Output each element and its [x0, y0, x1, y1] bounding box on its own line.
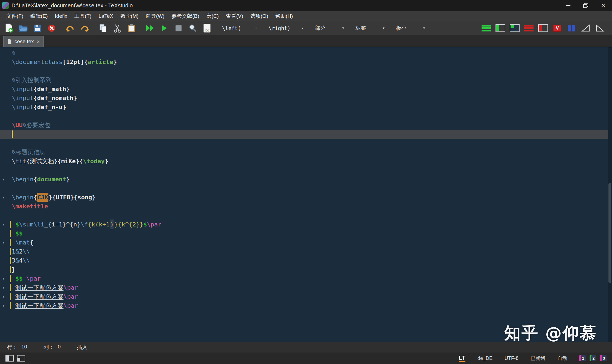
menu-view[interactable]: 查看(V) — [222, 11, 247, 21]
viewer-badge-2[interactable]: 2 — [590, 355, 596, 361]
code-line[interactable]: % — [0, 48, 612, 57]
scrollbar-thumb[interactable] — [608, 183, 611, 283]
gutter[interactable]: ▾ — [0, 283, 12, 292]
gutter[interactable]: ▾ — [0, 301, 12, 310]
layout-bottom-toggle[interactable] — [17, 355, 25, 362]
code-line[interactable]: \input{def_n-u} — [0, 103, 612, 112]
code-line[interactable] — [0, 166, 612, 175]
menu-options[interactable]: 选项(O) — [247, 11, 272, 21]
cut-button[interactable] — [111, 22, 124, 34]
minimize-button[interactable] — [559, 0, 577, 11]
code-line[interactable]: ▾\begin{document} — [0, 175, 612, 184]
code-line[interactable] — [0, 66, 612, 75]
gutter[interactable]: ▾ — [0, 175, 12, 184]
section-dropdown[interactable]: 部分 ▾ — [312, 25, 347, 32]
code-line[interactable]: $$ — [0, 229, 612, 238]
compile-view-button[interactable] — [144, 22, 156, 34]
menu-file[interactable]: 文件(F) — [3, 11, 27, 21]
code-line[interactable]: ▾ 测试一下配色方案\par — [0, 301, 612, 310]
compile-button[interactable] — [158, 22, 171, 34]
table-add-row-button[interactable] — [481, 24, 492, 33]
menu-macros[interactable]: 宏(C) — [203, 11, 222, 21]
layout-sidebar-toggle[interactable] — [5, 355, 14, 362]
maximize-button[interactable] — [577, 0, 594, 11]
undo-button[interactable] — [64, 22, 77, 34]
languagetool-indicator[interactable]: LT — [459, 354, 465, 362]
code-line[interactable]: %引入控制系列 — [0, 75, 612, 85]
table-remove-row-button[interactable] — [523, 24, 534, 33]
redo-button[interactable] — [78, 22, 91, 34]
menu-latex[interactable]: LaTeX — [95, 11, 117, 21]
table-v-button[interactable]: V — [552, 24, 563, 33]
dictionary-language[interactable]: de_DE — [477, 356, 492, 361]
code-line[interactable]: ▾ \mat{ — [0, 238, 612, 247]
table-cell-button[interactable] — [509, 24, 520, 33]
code-line[interactable]: \UU%必要宏包 — [0, 121, 612, 130]
label-dropdown[interactable]: 标签 ▾ — [353, 25, 387, 32]
fold-arrow-icon[interactable]: ▾ — [2, 292, 5, 301]
stop-button[interactable] — [172, 22, 185, 34]
menu-idefix[interactable]: Idefix — [51, 11, 71, 21]
gutter[interactable]: ▾ — [0, 193, 12, 202]
code-line[interactable]: ▾ 测试一下配色方案\par — [0, 292, 612, 301]
copy-button[interactable] — [97, 22, 109, 34]
size-dropdown[interactable]: 极小 ▾ — [393, 25, 428, 32]
close-button[interactable]: × — [594, 0, 612, 11]
code-line[interactable]: 1&2\\ — [0, 247, 612, 256]
encoding-indicator[interactable]: UTF-8 — [505, 356, 518, 361]
triangle-left-button[interactable] — [580, 24, 591, 33]
fold-arrow-icon[interactable]: ▾ — [2, 193, 5, 202]
viewer-badge-3[interactable]: 3 — [600, 355, 607, 361]
gutter[interactable]: ▾ — [0, 274, 12, 283]
code-line[interactable]: \input{def_math} — [0, 85, 612, 94]
code-line[interactable] — [0, 139, 612, 148]
open-file-button[interactable] — [17, 22, 30, 34]
code-line[interactable]: \maketitle — [0, 202, 612, 211]
save-button[interactable] — [31, 22, 44, 34]
new-file-button[interactable] — [3, 22, 15, 34]
menu-math[interactable]: 数学(M) — [117, 11, 142, 21]
gutter[interactable]: ▾ — [0, 238, 12, 247]
find-button[interactable] — [186, 22, 199, 34]
right-delimiter-dropdown[interactable]: \right) ▾ — [266, 25, 306, 31]
code-line[interactable]: ▾ 测试一下配色方案\par — [0, 283, 612, 292]
viewer-badge-1[interactable]: 1 — [579, 355, 586, 361]
fold-arrow-icon[interactable]: ▾ — [2, 220, 5, 229]
fold-arrow-icon[interactable]: ▾ — [2, 175, 5, 184]
menu-tools[interactable]: 工具(T) — [71, 11, 95, 21]
code-line[interactable]: %标题页信息 — [0, 148, 612, 157]
tab-cese-tex[interactable]: cese.tex × — [3, 36, 44, 47]
code-line[interactable]: \documentclass[12pt]{article} — [0, 57, 612, 66]
table-add-col-button[interactable] — [495, 24, 506, 33]
auto-indicator[interactable]: 自动 — [557, 355, 567, 362]
close-file-button[interactable] — [45, 22, 58, 34]
vertical-scrollbar[interactable] — [608, 47, 612, 342]
table-remove-col-button[interactable] — [538, 24, 549, 33]
code-line[interactable] — [0, 184, 612, 193]
fold-arrow-icon[interactable]: ▾ — [2, 301, 5, 310]
menu-help[interactable]: 帮助(H) — [272, 11, 296, 21]
code-line[interactable]: \tit{测试文档}{miKe}{\today} — [0, 157, 612, 166]
left-delimiter-dropdown[interactable]: \left( ▾ — [219, 25, 260, 31]
log-button[interactable]: log — [201, 22, 213, 34]
code-line[interactable]: \input{def_nomath} — [0, 94, 612, 103]
code-line[interactable]: } — [0, 265, 612, 274]
code-line[interactable]: ▾\begin{CJK}{UTF8}{song} — [0, 193, 612, 202]
fold-arrow-icon[interactable]: ▾ — [2, 274, 5, 283]
fold-arrow-icon[interactable]: ▾ — [2, 238, 5, 247]
code-line[interactable]: ▾ $$ \par — [0, 274, 612, 283]
menu-edit[interactable]: 编辑(E) — [27, 11, 51, 21]
code-line[interactable] — [0, 112, 612, 121]
code-line[interactable] — [0, 211, 612, 220]
code-line[interactable]: 3&4\\ — [0, 256, 612, 265]
paste-button[interactable] — [125, 22, 138, 34]
code-line[interactable]: ▾ $\sum\li_{i=1}^{n}\f{k(k+1)}{k^{2}}$\p… — [0, 220, 612, 229]
tab-close-icon[interactable]: × — [37, 39, 40, 44]
code-line[interactable] — [0, 130, 612, 139]
triangle-right-button[interactable] — [594, 24, 605, 33]
menu-wizard[interactable]: 向导(W) — [142, 11, 168, 21]
fold-arrow-icon[interactable]: ▾ — [2, 283, 5, 292]
table-cols-button[interactable] — [566, 24, 577, 33]
menu-bibliography[interactable]: 参考文献(B) — [168, 11, 203, 21]
editor[interactable]: %\documentclass[12pt]{article}%引入控制系列\in… — [0, 47, 612, 342]
